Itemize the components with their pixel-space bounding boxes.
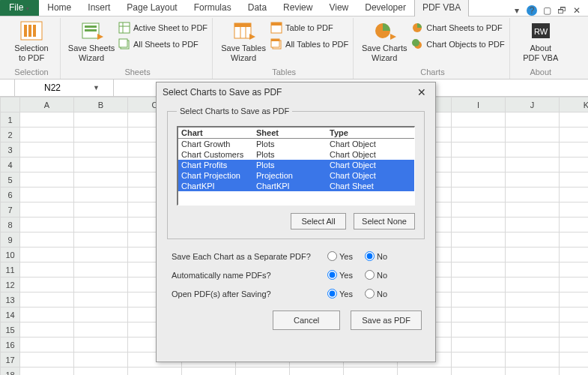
opt-autoname-yes[interactable]: Yes	[327, 270, 353, 280]
cell[interactable]	[506, 368, 560, 376]
name-box-dropdown-icon[interactable]: ▼	[90, 84, 103, 92]
cell[interactable]	[452, 278, 506, 292]
cell[interactable]	[452, 218, 506, 232]
cell[interactable]	[20, 202, 74, 218]
opt-autoname-no[interactable]: No	[365, 270, 387, 280]
help-icon[interactable]: ?	[527, 5, 537, 16]
list-item[interactable]: Chart ProfitsPlotsChart Object	[178, 160, 414, 170]
cell[interactable]	[506, 322, 560, 338]
cell[interactable]	[560, 292, 589, 308]
close-window-icon[interactable]: ✕	[572, 5, 582, 16]
chevron-down-icon[interactable]: ▾	[512, 5, 522, 16]
list-item[interactable]: Chart CustomersPlotsChart Object	[178, 149, 414, 160]
cell[interactable]	[560, 232, 589, 248]
cell[interactable]	[74, 248, 128, 262]
chart-objects-to-pdf-button[interactable]: Chart Objects to PDF	[411, 36, 505, 52]
cell[interactable]	[452, 352, 506, 368]
cell[interactable]	[74, 142, 128, 158]
cell[interactable]	[506, 248, 560, 262]
close-icon[interactable]: ✕	[414, 86, 429, 98]
cell[interactable]	[20, 218, 74, 232]
list-item[interactable]: ChartKPIChartKPIChart Sheet	[178, 181, 414, 191]
cell[interactable]	[452, 292, 506, 308]
cell[interactable]	[74, 188, 128, 202]
cell-reference-input[interactable]	[15, 82, 90, 94]
opt-separate-no[interactable]: No	[365, 251, 387, 261]
active-sheet-to-pdf-button[interactable]: Active Sheet to PDF	[118, 20, 207, 36]
row-header-16[interactable]: 16	[1, 338, 20, 352]
cell[interactable]	[506, 352, 560, 368]
tab-developer[interactable]: Developer	[357, 0, 414, 16]
cell[interactable]	[506, 158, 560, 172]
row-header-8[interactable]: 8	[1, 218, 20, 232]
col-header-A[interactable]: A	[20, 98, 74, 112]
cell[interactable]	[20, 368, 74, 376]
col-header-B[interactable]: B	[74, 98, 128, 112]
cell[interactable]	[506, 142, 560, 158]
file-tab[interactable]: File	[0, 0, 39, 16]
cell[interactable]	[560, 322, 589, 338]
list-item[interactable]: Chart ProjectionProjectionChart Object	[178, 170, 414, 181]
all-sheets-to-pdf-button[interactable]: All Sheets to PDF	[118, 36, 207, 52]
save-tables-wizard-button[interactable]: Save Tables Wizard	[219, 20, 267, 62]
cell[interactable]	[560, 158, 589, 172]
cell[interactable]	[560, 112, 589, 128]
cell[interactable]	[128, 368, 182, 376]
tab-review[interactable]: Review	[275, 0, 321, 16]
row-header-10[interactable]: 10	[1, 248, 20, 262]
cell[interactable]	[560, 188, 589, 202]
cell[interactable]	[506, 308, 560, 322]
cell[interactable]	[452, 322, 506, 338]
opt-open-no[interactable]: No	[365, 289, 387, 298]
col-header-K[interactable]: K	[560, 98, 589, 112]
cell[interactable]	[74, 128, 128, 142]
row-header-18[interactable]: 18	[1, 368, 20, 376]
cell[interactable]	[506, 338, 560, 352]
list-item[interactable]: Chart GrowthPlotsChart Object	[178, 139, 414, 149]
opt-open-yes[interactable]: Yes	[327, 289, 353, 298]
cell[interactable]	[560, 262, 589, 278]
tab-view[interactable]: View	[321, 0, 357, 16]
row-header-4[interactable]: 4	[1, 158, 20, 172]
row-header-11[interactable]: 11	[1, 262, 20, 278]
cell[interactable]	[20, 322, 74, 338]
cell[interactable]	[506, 292, 560, 308]
cell[interactable]	[20, 232, 74, 248]
cell[interactable]	[452, 248, 506, 262]
col-header-I[interactable]: I	[452, 98, 506, 112]
cell[interactable]	[74, 352, 128, 368]
cell[interactable]	[506, 202, 560, 218]
cell[interactable]	[560, 308, 589, 322]
cell[interactable]	[20, 248, 74, 262]
opt-separate-yes[interactable]: Yes	[327, 251, 353, 261]
cell[interactable]	[74, 368, 128, 376]
table-to-pdf-button[interactable]: Table to PDF	[270, 20, 348, 36]
cell[interactable]	[74, 172, 128, 188]
cell[interactable]	[452, 368, 506, 376]
cell[interactable]	[20, 262, 74, 278]
row-header-3[interactable]: 3	[1, 142, 20, 158]
tab-insert[interactable]: Insert	[79, 0, 118, 16]
cell[interactable]	[74, 202, 128, 218]
cancel-button[interactable]: Cancel	[273, 310, 340, 330]
tab-page-layout[interactable]: Page Layout	[118, 0, 185, 16]
cell[interactable]	[452, 262, 506, 278]
cell[interactable]	[20, 188, 74, 202]
cell[interactable]	[20, 112, 74, 128]
cell[interactable]	[74, 262, 128, 278]
cell[interactable]	[560, 278, 589, 292]
cell[interactable]	[506, 128, 560, 142]
cell[interactable]	[452, 308, 506, 322]
cell[interactable]	[236, 368, 290, 376]
cell[interactable]	[452, 338, 506, 352]
select-none-button[interactable]: Select None	[354, 213, 415, 230]
tab-formulas[interactable]: Formulas	[186, 0, 240, 16]
row-header-14[interactable]: 14	[1, 308, 20, 322]
cell[interactable]	[452, 172, 506, 188]
cell[interactable]	[398, 368, 452, 376]
cell[interactable]	[506, 188, 560, 202]
tab-pdf-vba[interactable]: PDF VBA	[414, 0, 469, 16]
col-header-J[interactable]: J	[506, 98, 560, 112]
row-header-5[interactable]: 5	[1, 172, 20, 188]
cell[interactable]	[506, 218, 560, 232]
